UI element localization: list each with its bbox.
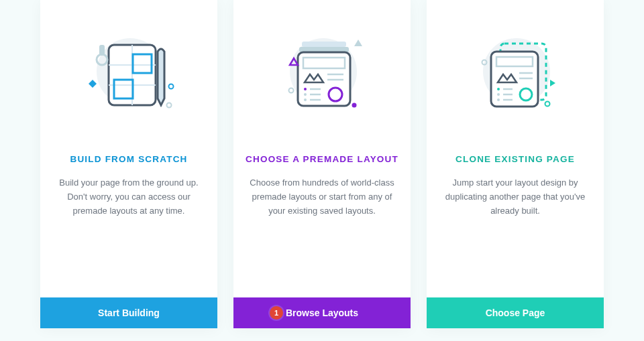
- card-build-scratch: BUILD FROM SCRATCH Build your page from …: [40, 0, 217, 328]
- card-description: Jump start your layout design by duplica…: [427, 176, 604, 297]
- svg-point-25: [352, 103, 357, 108]
- svg-point-18: [304, 88, 307, 90]
- svg-point-41: [545, 102, 550, 107]
- svg-point-33: [497, 88, 500, 90]
- svg-point-20: [304, 98, 307, 101]
- svg-point-26: [289, 88, 294, 93]
- card-title: CLONE EXISTING PAGE: [427, 154, 604, 164]
- browse-layouts-button[interactable]: 1 Browse Layouts: [233, 297, 411, 328]
- option-container: BUILD FROM SCRATCH Build your page from …: [0, 0, 644, 341]
- button-label: Browse Layouts: [286, 308, 358, 318]
- card-title: CHOOSE A PREMADE LAYOUT: [233, 154, 411, 164]
- svg-point-19: [304, 93, 307, 96]
- button-label: Start Building: [98, 308, 160, 318]
- notification-badge: 1: [270, 306, 283, 320]
- card-title: BUILD FROM SCRATCH: [40, 154, 217, 164]
- build-scratch-icon: [40, 0, 217, 121]
- clone-page-icon: [427, 0, 604, 121]
- svg-rect-12: [302, 42, 346, 47]
- premade-layout-icon: [233, 0, 411, 121]
- card-description: Build your page from the ground up. Don'…: [40, 176, 217, 297]
- card-premade-layout: CHOOSE A PREMADE LAYOUT Choose from hund…: [233, 0, 411, 328]
- start-building-button[interactable]: Start Building: [40, 297, 217, 328]
- card-clone-page: CLONE EXISTING PAGE Jump start your layo…: [427, 0, 604, 328]
- svg-point-9: [169, 84, 174, 89]
- button-label: Choose Page: [486, 308, 545, 318]
- svg-point-10: [167, 103, 172, 108]
- svg-point-34: [497, 93, 500, 96]
- card-description: Choose from hundreds of world-class prem…: [233, 176, 411, 297]
- svg-point-35: [497, 98, 500, 101]
- svg-rect-8: [99, 45, 105, 56]
- choose-page-button[interactable]: Choose Page: [427, 297, 604, 328]
